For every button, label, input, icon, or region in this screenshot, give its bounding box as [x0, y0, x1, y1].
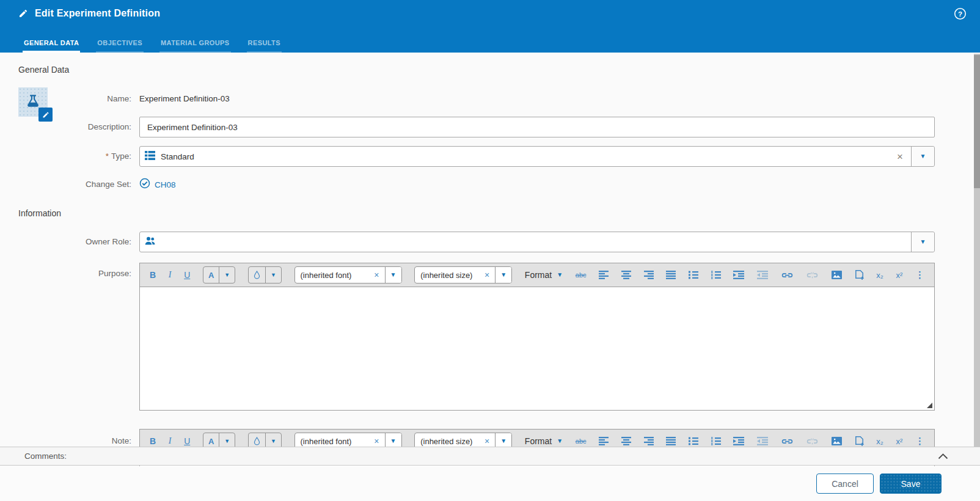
- font-name-combobox[interactable]: (inherited font) × ▼: [294, 266, 402, 283]
- save-button[interactable]: Save: [880, 474, 942, 494]
- chevron-down-icon: ▼: [271, 272, 276, 278]
- insert-document-icon[interactable]: [855, 270, 864, 280]
- superscript-button[interactable]: x²: [896, 437, 902, 446]
- strikethrough-button[interactable]: abc: [576, 271, 587, 279]
- text-color-split-button[interactable]: A ▼: [203, 266, 235, 283]
- resize-handle[interactable]: [927, 403, 932, 408]
- tab-objectives[interactable]: OBJECTIVES: [96, 39, 144, 53]
- chevron-down-icon: ▼: [224, 439, 230, 444]
- format-menu-button[interactable]: Format ▼: [525, 270, 563, 280]
- align-left-button[interactable]: [599, 437, 609, 445]
- scrollbar-thumb[interactable]: [974, 55, 980, 188]
- header: Edit Experiment Definition ? GENERAL DAT…: [0, 0, 980, 53]
- numbered-list-icon[interactable]: [711, 271, 721, 279]
- change-set-label: Change Set:: [0, 178, 131, 191]
- chevron-down-icon: ▼: [920, 239, 926, 245]
- unlink-icon[interactable]: [806, 437, 819, 445]
- chevron-down-icon: ▼: [271, 439, 276, 444]
- subscript-button[interactable]: x₂: [876, 437, 883, 446]
- align-center-button[interactable]: [621, 437, 631, 445]
- align-justify-button[interactable]: [666, 437, 676, 445]
- clear-icon: ×: [479, 267, 495, 283]
- format-menu-button[interactable]: Format ▼: [525, 436, 563, 446]
- image-icon[interactable]: [832, 271, 842, 279]
- required-asterisk: *: [106, 152, 109, 161]
- link-icon[interactable]: [781, 272, 794, 279]
- footer: Cancel Save: [0, 466, 980, 501]
- align-justify-button[interactable]: [666, 271, 676, 279]
- type-label: *Type:: [0, 146, 131, 167]
- numbered-list-icon[interactable]: [711, 437, 721, 445]
- cancel-button[interactable]: Cancel: [816, 474, 874, 494]
- align-right-button[interactable]: [644, 437, 654, 445]
- droplet-icon: [249, 267, 265, 283]
- type-list-icon: [145, 151, 155, 163]
- chevron-down-icon: ▼: [557, 438, 563, 444]
- align-right-button[interactable]: [644, 271, 654, 279]
- image-icon[interactable]: [832, 437, 842, 445]
- font-size-combobox[interactable]: (inherited size) × ▼: [414, 266, 512, 283]
- bullet-list-icon[interactable]: [689, 437, 698, 445]
- section-title-information: Information: [18, 208, 61, 218]
- owner-role-label: Owner Role:: [0, 232, 131, 252]
- italic-button[interactable]: I: [169, 270, 172, 280]
- name-label: Name:: [0, 93, 131, 105]
- purpose-toolbar: B I U A ▼ ▼ (inherited font): [139, 263, 935, 287]
- type-value: Standard: [161, 152, 897, 161]
- link-icon[interactable]: [781, 438, 794, 445]
- comments-bar[interactable]: Comments:: [0, 447, 980, 466]
- insert-document-icon[interactable]: [855, 436, 864, 446]
- purpose-text-area[interactable]: [139, 287, 935, 411]
- indent-icon[interactable]: [733, 271, 744, 279]
- group-icon: [145, 236, 156, 248]
- indent-icon[interactable]: [733, 437, 744, 445]
- change-set-link[interactable]: CH08: [155, 180, 176, 189]
- bold-button[interactable]: B: [150, 436, 156, 446]
- tab-material-groups[interactable]: MATERIAL GROUPS: [159, 39, 231, 53]
- chevron-down-icon: ▼: [390, 438, 397, 444]
- chevron-down-icon: ▼: [500, 272, 506, 278]
- purpose-editor: B I U A ▼ ▼ (inherited font): [139, 263, 935, 411]
- chevron-up-icon[interactable]: [938, 453, 948, 459]
- description-row: Description:: [0, 117, 980, 137]
- help-icon[interactable]: ?: [954, 7, 967, 20]
- bold-button[interactable]: B: [150, 270, 156, 280]
- page-title: Edit Experiment Definition: [35, 8, 160, 19]
- type-combobox[interactable]: Standard × ▼: [139, 146, 935, 167]
- more-icon[interactable]: ⋮: [915, 436, 924, 447]
- unlink-icon[interactable]: [806, 271, 819, 279]
- owner-role-combobox[interactable]: ▼: [139, 232, 935, 252]
- purpose-label: Purpose:: [0, 269, 131, 278]
- subscript-button[interactable]: x₂: [876, 271, 883, 280]
- outdent-icon[interactable]: [757, 271, 768, 279]
- type-row: *Type: Standard × ▼: [0, 146, 980, 167]
- description-label: Description:: [0, 117, 131, 137]
- tab-results[interactable]: RESULTS: [247, 39, 282, 53]
- name-value: Experiment Definition-03: [139, 94, 230, 103]
- strikethrough-button[interactable]: abc: [576, 437, 587, 445]
- bullet-list-icon[interactable]: [689, 271, 698, 279]
- owner-role-dropdown-button[interactable]: ▼: [911, 232, 934, 252]
- clear-icon: ×: [368, 267, 384, 283]
- tab-general-data[interactable]: GENERAL DATA: [23, 39, 80, 53]
- type-dropdown-button[interactable]: ▼: [911, 147, 934, 166]
- chevron-down-icon: ▼: [224, 272, 230, 278]
- align-center-button[interactable]: [621, 271, 631, 279]
- outdent-icon[interactable]: [757, 437, 768, 445]
- underline-button[interactable]: U: [184, 270, 190, 280]
- note-label: Note:: [0, 436, 131, 445]
- chevron-down-icon: ▼: [390, 272, 397, 278]
- owner-role-row: Owner Role: ▼: [0, 232, 980, 252]
- clear-icon[interactable]: ×: [897, 152, 903, 162]
- tab-bar: GENERAL DATA OBJECTIVES MATERIAL GROUPS …: [23, 39, 282, 53]
- align-left-button[interactable]: [599, 271, 609, 279]
- superscript-button[interactable]: x²: [896, 271, 902, 280]
- background-color-split-button[interactable]: ▼: [248, 266, 282, 283]
- underline-button[interactable]: U: [184, 436, 190, 446]
- italic-button[interactable]: I: [169, 436, 172, 446]
- vertical-scrollbar[interactable]: [974, 54, 980, 447]
- chevron-down-icon: ▼: [557, 272, 563, 278]
- pencil-icon: [18, 9, 28, 18]
- description-input[interactable]: [139, 117, 935, 137]
- more-icon[interactable]: ⋮: [915, 269, 924, 280]
